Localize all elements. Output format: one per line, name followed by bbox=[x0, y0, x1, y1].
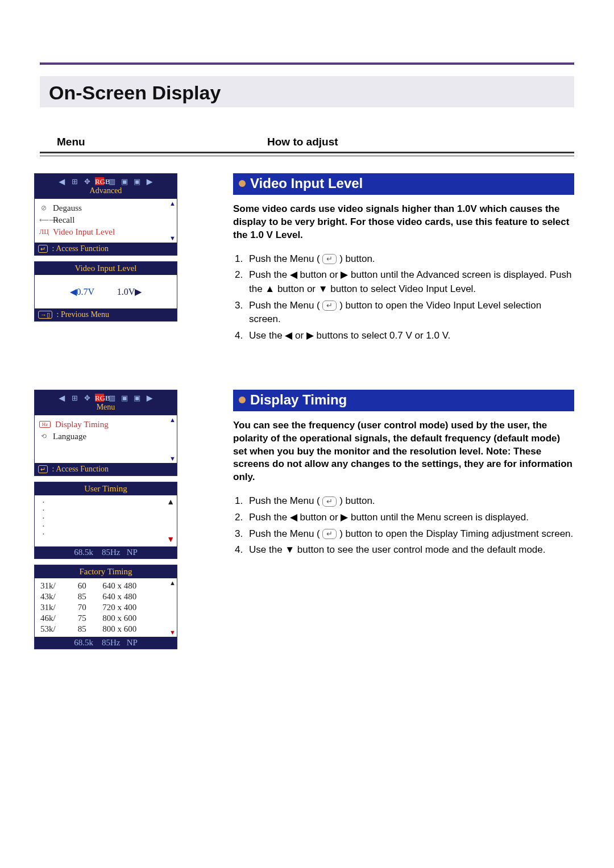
enter-icon: ↵ bbox=[38, 245, 48, 253]
bullet-icon bbox=[239, 397, 246, 403]
osd-item-list: Hz Display Timing ⟲ Language ▲▼ bbox=[35, 415, 177, 463]
step-2: Push the ◀ button or ▶ button until the … bbox=[246, 510, 574, 526]
divider-top bbox=[40, 62, 574, 65]
osd-item-display-timing[interactable]: Hz Display Timing bbox=[39, 419, 172, 431]
osd-value-row: ◀0.7V 1.0V▶ bbox=[35, 275, 177, 308]
menu-button-icon: ↵ bbox=[322, 496, 337, 507]
section-header-display-timing: Display Timing bbox=[233, 390, 574, 411]
user-timing-status: 68.5k 85Hz NP bbox=[35, 546, 177, 558]
right-arrow-icon: ▶ bbox=[145, 394, 154, 402]
osd-item-language[interactable]: ⟲ Language bbox=[39, 431, 172, 443]
osd-value-panel: Video Input Level ◀0.7V 1.0V▶ →▯ : Previ… bbox=[34, 261, 177, 322]
osd-item-recall[interactable]: ⟵⟶ Recall bbox=[39, 214, 172, 226]
recall-icon: ⟵⟶ bbox=[39, 216, 48, 224]
osd-access-hint: ↵ : Access Function bbox=[35, 463, 177, 475]
section-intro: Some video cards use video signals highe… bbox=[233, 203, 574, 242]
step-4: Use the ◀ or ▶ buttons to select 0.7 V o… bbox=[246, 328, 574, 344]
scroll-down-icon[interactable]: ▼ bbox=[169, 629, 176, 636]
left-arrow-icon: ◀ bbox=[57, 394, 67, 402]
scroll-up-icon[interactable]: ▲ bbox=[167, 498, 175, 507]
position-icon: ⊞ bbox=[70, 177, 79, 185]
menu-button-icon: ↵ bbox=[322, 254, 337, 264]
brightness-icon: ✥ bbox=[82, 394, 92, 402]
geometry-icon: ▣ bbox=[120, 394, 129, 402]
osd-category-icons: ◀ ⊞ ✥ RGB ▥ ▣ ▣ ▶ bbox=[35, 393, 177, 403]
osd-menu-panel: ◀ ⊞ ✥ RGB ▥ ▣ ▣ ▶ Menu Hz Display Timing bbox=[34, 390, 177, 476]
step-2: Push the ◀ button or ▶ button until the … bbox=[246, 267, 574, 297]
hz-icon: Hz bbox=[39, 421, 51, 428]
menu-icon: ▣ bbox=[132, 177, 142, 185]
column-headers: Menu How to adjust bbox=[40, 136, 574, 152]
steps-list: Push the Menu ( ↵ ) button. Push the ◀ b… bbox=[233, 251, 574, 344]
step-4: Use the ▼ button to see the user control… bbox=[246, 542, 574, 558]
language-icon: ⟲ bbox=[39, 432, 48, 441]
scroll-down-icon[interactable]: ▼ bbox=[167, 535, 175, 544]
osd-item-label: Recall bbox=[53, 215, 74, 225]
step-1: Push the Menu ( ↵ ) button. bbox=[246, 493, 574, 510]
col-howto: How to adjust bbox=[267, 136, 572, 148]
osd-item-video-input-level[interactable]: ЛЦ Video Input Level bbox=[39, 226, 172, 238]
position-icon: ⊞ bbox=[70, 394, 79, 402]
osd-value-title: Video Input Level bbox=[35, 262, 177, 275]
osd-hint-text: Access Function bbox=[56, 465, 109, 473]
col-menu: Menu bbox=[57, 136, 267, 148]
divider-bold bbox=[40, 152, 574, 153]
factory-timing-table: 31k/60640 x 480 43k/85640 x 480 31k/7072… bbox=[35, 578, 177, 637]
exit-icon: →▯ bbox=[38, 311, 52, 319]
section-title: Video Input Level bbox=[250, 176, 363, 191]
right-arrow-icon: ▶ bbox=[135, 287, 142, 297]
osd-item-list: ⊘ Degauss ⟵⟶ Recall ЛЦ Video Input Level… bbox=[35, 199, 177, 243]
value-0-7v[interactable]: 0.7V bbox=[77, 287, 94, 297]
page-title: On-Screen Display bbox=[49, 82, 565, 104]
user-timing-title: User Timing bbox=[35, 482, 177, 495]
size-icon: ▥ bbox=[107, 394, 117, 402]
osd-factory-timing-panel: Factory Timing 31k/60640 x 480 43k/85640… bbox=[34, 565, 177, 649]
title-bar: On-Screen Display bbox=[40, 76, 574, 107]
factory-timing-title: Factory Timing bbox=[35, 565, 177, 578]
brightness-icon: ✥ bbox=[82, 177, 92, 185]
right-arrow-icon: ▶ bbox=[145, 177, 154, 185]
factory-timing-status: 68.5k 85Hz NP bbox=[35, 637, 177, 649]
left-arrow-icon: ◀ bbox=[57, 177, 67, 185]
step-3: Push the Menu ( ↵ ) button to open the V… bbox=[246, 298, 574, 328]
geometry-icon: ▣ bbox=[120, 177, 129, 185]
table-row: 31k/70720 x 400 bbox=[38, 602, 173, 613]
table-row: 46k/75800 x 600 bbox=[38, 613, 173, 624]
scroll-up-icon[interactable]: ▲ bbox=[169, 579, 176, 586]
video-input-icon: ЛЦ bbox=[39, 228, 48, 236]
left-arrow-icon: ◀ bbox=[70, 287, 77, 297]
steps-list: Push the Menu ( ↵ ) button. Push the ◀ b… bbox=[233, 493, 574, 558]
osd-access-hint: ↵ : Access Function bbox=[35, 243, 177, 255]
color-icon: RGB bbox=[95, 394, 104, 402]
osd-prev-text: Previous Menu bbox=[61, 310, 109, 319]
section-title: Display Timing bbox=[250, 392, 347, 408]
menu-button-icon: ↵ bbox=[322, 529, 337, 539]
table-row: 53k/85800 x 600 bbox=[38, 624, 173, 635]
osd-advanced-panel: ◀ ⊞ ✥ RGB ▥ ▣ ▣ ▶ Advanced ⊘ Degauss bbox=[34, 173, 177, 256]
menu-button-icon: ↵ bbox=[322, 301, 337, 311]
value-1-0v[interactable]: 1.0V bbox=[117, 287, 135, 297]
degauss-icon: ⊘ bbox=[39, 204, 48, 212]
menu-icon: ▣ bbox=[132, 394, 142, 402]
bullet-icon bbox=[239, 180, 246, 187]
enter-icon: ↵ bbox=[38, 465, 48, 473]
osd-category-label: Advanced bbox=[35, 186, 177, 198]
user-timing-area: ••••• ▲▼ bbox=[35, 495, 177, 546]
osd-category-label: Menu bbox=[35, 403, 177, 414]
osd-item-label: Display Timing bbox=[55, 420, 109, 429]
osd-item-label: Degauss bbox=[53, 203, 82, 213]
section-intro: You can see the frequency (user control … bbox=[233, 419, 574, 485]
table-row: 31k/60640 x 480 bbox=[38, 581, 173, 591]
osd-hint-text: Access Function bbox=[56, 244, 109, 253]
osd-item-label: Video Input Level bbox=[53, 227, 115, 237]
osd-item-label: Language bbox=[53, 432, 86, 441]
osd-user-timing-panel: User Timing ••••• ▲▼ 68.5k 85Hz NP bbox=[34, 482, 177, 559]
size-icon: ▥ bbox=[107, 177, 117, 185]
osd-category-icons: ◀ ⊞ ✥ RGB ▥ ▣ ▣ ▶ bbox=[35, 176, 177, 186]
osd-item-degauss[interactable]: ⊘ Degauss bbox=[39, 202, 172, 214]
color-icon: RGB bbox=[95, 177, 104, 185]
divider-thin bbox=[40, 156, 574, 156]
section-header-video-input: Video Input Level bbox=[233, 173, 574, 195]
table-row: 43k/85640 x 480 bbox=[38, 591, 173, 602]
osd-previous-hint: →▯ : Previous Menu bbox=[35, 308, 177, 321]
